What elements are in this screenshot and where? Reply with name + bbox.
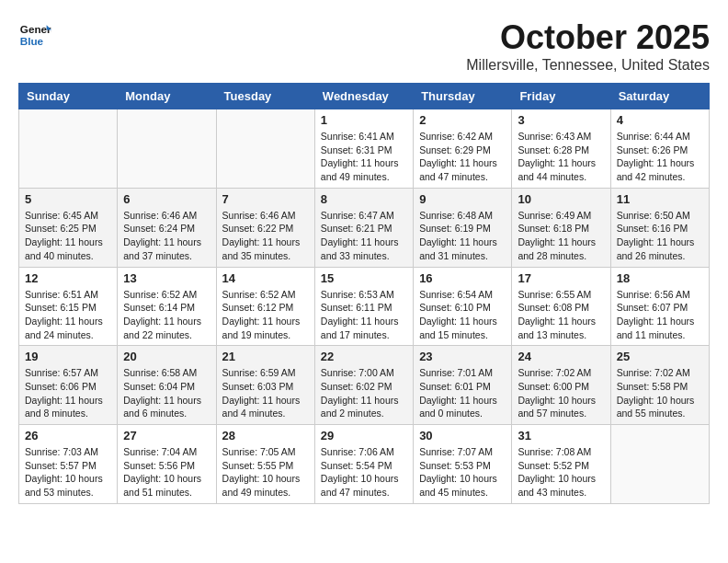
day-number: 20 [123, 350, 210, 363]
day-number: 29 [321, 429, 407, 442]
day-number: 18 [617, 271, 703, 285]
calendar-day: 12Sunrise: 6:51 AM Sunset: 6:15 PM Dayli… [19, 267, 118, 346]
day-number: 11 [617, 192, 703, 206]
day-info: Sunrise: 7:07 AM Sunset: 5:53 PM Dayligh… [419, 445, 506, 500]
day-info: Sunrise: 6:56 AM Sunset: 6:07 PM Dayligh… [617, 288, 703, 342]
calendar-day: 2Sunrise: 6:42 AM Sunset: 6:29 PM Daylig… [414, 109, 512, 189]
calendar-day: 4Sunrise: 6:44 AM Sunset: 6:26 PM Daylig… [610, 109, 709, 189]
day-number: 14 [222, 271, 309, 285]
day-info: Sunrise: 7:02 AM Sunset: 5:58 PM Dayligh… [617, 366, 703, 420]
day-number: 23 [419, 350, 506, 363]
header: General Blue October 2025 Millersville, … [18, 18, 710, 74]
calendar-day: 8Sunrise: 6:47 AM Sunset: 6:21 PM Daylig… [314, 188, 413, 267]
calendar-day: 6Sunrise: 6:46 AM Sunset: 6:24 PM Daylig… [118, 188, 216, 267]
day-number: 13 [123, 271, 210, 285]
calendar-day: 10Sunrise: 6:49 AM Sunset: 6:18 PM Dayli… [512, 188, 610, 267]
day-number: 12 [25, 271, 111, 285]
day-number: 6 [123, 192, 210, 206]
calendar-week-row: 1Sunrise: 6:41 AM Sunset: 6:31 PM Daylig… [19, 109, 710, 189]
day-of-week-header: Friday [512, 84, 610, 109]
calendar-week-row: 26Sunrise: 7:03 AM Sunset: 5:57 PM Dayli… [19, 425, 710, 504]
calendar-empty [19, 109, 118, 189]
day-number: 24 [518, 350, 604, 363]
day-of-week-header: Wednesday [314, 84, 413, 109]
calendar-day: 24Sunrise: 7:02 AM Sunset: 6:00 PM Dayli… [512, 346, 610, 425]
day-info: Sunrise: 6:54 AM Sunset: 6:10 PM Dayligh… [419, 288, 506, 342]
calendar-day: 25Sunrise: 7:02 AM Sunset: 5:58 PM Dayli… [610, 346, 709, 425]
day-info: Sunrise: 6:53 AM Sunset: 6:11 PM Dayligh… [321, 288, 407, 342]
day-info: Sunrise: 6:42 AM Sunset: 6:29 PM Dayligh… [419, 130, 506, 184]
day-number: 25 [617, 350, 703, 363]
title-section: October 2025 Millersville, Tennessee, Un… [466, 18, 710, 74]
calendar-day: 28Sunrise: 7:05 AM Sunset: 5:55 PM Dayli… [216, 425, 314, 504]
day-info: Sunrise: 7:08 AM Sunset: 5:52 PM Dayligh… [518, 445, 604, 500]
day-number: 21 [222, 350, 309, 363]
day-info: Sunrise: 6:41 AM Sunset: 6:31 PM Dayligh… [321, 130, 407, 184]
calendar-empty [118, 109, 216, 189]
logo-icon: General Blue [18, 18, 51, 52]
day-info: Sunrise: 6:52 AM Sunset: 6:14 PM Dayligh… [123, 288, 210, 342]
day-of-week-header: Monday [118, 84, 216, 109]
calendar-day: 14Sunrise: 6:52 AM Sunset: 6:12 PM Dayli… [216, 267, 314, 346]
calendar-day: 26Sunrise: 7:03 AM Sunset: 5:57 PM Dayli… [19, 425, 118, 504]
day-info: Sunrise: 7:05 AM Sunset: 5:55 PM Dayligh… [222, 445, 309, 500]
day-number: 9 [419, 192, 506, 206]
day-info: Sunrise: 6:45 AM Sunset: 6:25 PM Dayligh… [25, 209, 111, 263]
day-info: Sunrise: 6:46 AM Sunset: 6:22 PM Dayligh… [222, 209, 309, 263]
day-info: Sunrise: 6:50 AM Sunset: 6:16 PM Dayligh… [617, 209, 703, 263]
calendar-week-row: 19Sunrise: 6:57 AM Sunset: 6:06 PM Dayli… [19, 346, 710, 425]
calendar-day: 9Sunrise: 6:48 AM Sunset: 6:19 PM Daylig… [414, 188, 512, 267]
calendar-day: 22Sunrise: 7:00 AM Sunset: 6:02 PM Dayli… [314, 346, 413, 425]
logo: General Blue [18, 18, 51, 52]
day-info: Sunrise: 7:04 AM Sunset: 5:56 PM Dayligh… [123, 445, 210, 500]
day-of-week-header: Tuesday [216, 84, 314, 109]
day-of-week-header: Thursday [414, 84, 512, 109]
day-number: 4 [617, 113, 703, 127]
day-info: Sunrise: 6:59 AM Sunset: 6:03 PM Dayligh… [222, 366, 309, 420]
day-info: Sunrise: 6:52 AM Sunset: 6:12 PM Dayligh… [222, 288, 309, 342]
calendar-day: 1Sunrise: 6:41 AM Sunset: 6:31 PM Daylig… [314, 109, 413, 189]
calendar-day: 16Sunrise: 6:54 AM Sunset: 6:10 PM Dayli… [414, 267, 512, 346]
day-info: Sunrise: 6:47 AM Sunset: 6:21 PM Dayligh… [321, 209, 407, 263]
day-info: Sunrise: 6:48 AM Sunset: 6:19 PM Dayligh… [419, 209, 506, 263]
day-info: Sunrise: 7:02 AM Sunset: 6:00 PM Dayligh… [518, 366, 604, 420]
calendar-day: 30Sunrise: 7:07 AM Sunset: 5:53 PM Dayli… [414, 425, 512, 504]
day-number: 19 [25, 350, 111, 363]
calendar-day: 17Sunrise: 6:55 AM Sunset: 6:08 PM Dayli… [512, 267, 610, 346]
day-info: Sunrise: 6:51 AM Sunset: 6:15 PM Dayligh… [25, 288, 111, 342]
calendar-day: 23Sunrise: 7:01 AM Sunset: 6:01 PM Dayli… [414, 346, 512, 425]
day-number: 3 [518, 113, 604, 127]
day-info: Sunrise: 6:57 AM Sunset: 6:06 PM Dayligh… [25, 366, 111, 420]
calendar-day: 20Sunrise: 6:58 AM Sunset: 6:04 PM Dayli… [118, 346, 216, 425]
calendar-week-row: 5Sunrise: 6:45 AM Sunset: 6:25 PM Daylig… [19, 188, 710, 267]
calendar-day: 19Sunrise: 6:57 AM Sunset: 6:06 PM Dayli… [19, 346, 118, 425]
calendar-day: 3Sunrise: 6:43 AM Sunset: 6:28 PM Daylig… [512, 109, 610, 189]
calendar-empty [610, 425, 709, 504]
calendar-empty [216, 109, 314, 189]
svg-text:Blue: Blue [20, 35, 44, 47]
day-number: 10 [518, 192, 604, 206]
calendar-day: 13Sunrise: 6:52 AM Sunset: 6:14 PM Dayli… [118, 267, 216, 346]
location: Millersville, Tennessee, United States [466, 57, 710, 74]
day-number: 16 [419, 271, 506, 285]
day-info: Sunrise: 6:49 AM Sunset: 6:18 PM Dayligh… [518, 209, 604, 263]
month-title: October 2025 [466, 18, 710, 57]
calendar-day: 27Sunrise: 7:04 AM Sunset: 5:56 PM Dayli… [118, 425, 216, 504]
day-info: Sunrise: 6:58 AM Sunset: 6:04 PM Dayligh… [123, 366, 210, 420]
day-number: 27 [123, 429, 210, 442]
day-info: Sunrise: 7:03 AM Sunset: 5:57 PM Dayligh… [25, 445, 111, 500]
day-info: Sunrise: 6:46 AM Sunset: 6:24 PM Dayligh… [123, 209, 210, 263]
calendar-day: 31Sunrise: 7:08 AM Sunset: 5:52 PM Dayli… [512, 425, 610, 504]
day-info: Sunrise: 7:06 AM Sunset: 5:54 PM Dayligh… [321, 445, 407, 500]
day-of-week-header: Sunday [19, 84, 118, 109]
calendar-day: 18Sunrise: 6:56 AM Sunset: 6:07 PM Dayli… [610, 267, 709, 346]
day-number: 26 [25, 429, 111, 442]
calendar-day: 5Sunrise: 6:45 AM Sunset: 6:25 PM Daylig… [19, 188, 118, 267]
day-number: 15 [321, 271, 407, 285]
calendar-header-row: SundayMondayTuesdayWednesdayThursdayFrid… [19, 84, 710, 109]
day-of-week-header: Saturday [610, 84, 709, 109]
day-number: 31 [518, 429, 604, 442]
calendar-week-row: 12Sunrise: 6:51 AM Sunset: 6:15 PM Dayli… [19, 267, 710, 346]
day-number: 2 [419, 113, 506, 127]
calendar-day: 11Sunrise: 6:50 AM Sunset: 6:16 PM Dayli… [610, 188, 709, 267]
